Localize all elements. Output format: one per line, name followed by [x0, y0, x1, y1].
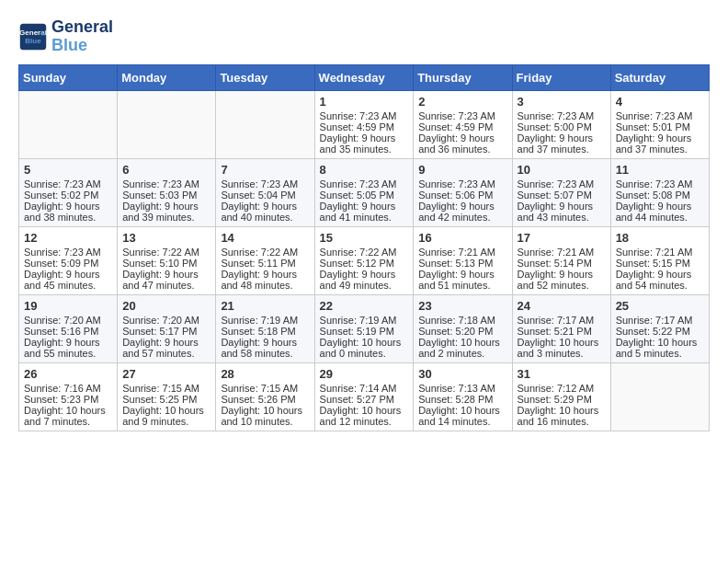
calendar-cell [19, 90, 118, 158]
day-content: Sunrise: 7:20 AM [122, 315, 210, 326]
day-content: Daylight: 9 hours [221, 269, 309, 280]
day-number: 14 [221, 231, 309, 245]
day-content: and 51 minutes. [418, 280, 506, 291]
day-number: 30 [418, 367, 506, 381]
day-number: 2 [418, 95, 506, 109]
day-content: Daylight: 10 hours [518, 405, 606, 416]
calendar-cell: 5Sunrise: 7:23 AMSunset: 5:02 PMDaylight… [19, 158, 118, 226]
day-content: Sunset: 5:11 PM [221, 258, 309, 269]
day-content: and 42 minutes. [418, 212, 506, 223]
calendar-cell [610, 362, 709, 431]
calendar-cell: 17Sunrise: 7:21 AMSunset: 5:14 PMDayligh… [512, 226, 610, 294]
calendar-cell: 18Sunrise: 7:21 AMSunset: 5:15 PMDayligh… [610, 226, 709, 294]
weekday-header-row: SundayMondayTuesdayWednesdayThursdayFrid… [19, 64, 710, 90]
day-content: Sunrise: 7:23 AM [616, 110, 704, 121]
day-content: and 43 minutes. [518, 212, 606, 223]
day-number: 1 [320, 95, 409, 109]
weekday-header-thursday: Thursday [414, 64, 512, 90]
day-number: 24 [518, 299, 606, 313]
day-content: Sunset: 5:14 PM [518, 258, 606, 269]
day-content: and 47 minutes. [122, 280, 210, 291]
calendar-cell: 14Sunrise: 7:22 AMSunset: 5:11 PMDayligh… [216, 226, 314, 294]
weekday-header-monday: Monday [118, 64, 216, 90]
day-content: Daylight: 10 hours [24, 405, 112, 416]
day-content: Daylight: 10 hours [221, 405, 309, 416]
day-content: Sunset: 5:06 PM [418, 190, 506, 201]
day-content: and 52 minutes. [518, 280, 606, 291]
day-content: and 0 minutes. [320, 348, 409, 359]
week-row-3: 12Sunrise: 7:23 AMSunset: 5:09 PMDayligh… [19, 226, 710, 294]
week-row-2: 5Sunrise: 7:23 AMSunset: 5:02 PMDaylight… [19, 158, 710, 226]
page-header: General Blue General Blue [18, 18, 710, 55]
day-content: and 38 minutes. [24, 212, 112, 223]
day-content: and 3 minutes. [518, 348, 606, 359]
calendar-cell: 11Sunrise: 7:23 AMSunset: 5:08 PMDayligh… [610, 158, 709, 226]
day-content: Sunrise: 7:15 AM [122, 383, 210, 394]
calendar-cell: 20Sunrise: 7:20 AMSunset: 5:17 PMDayligh… [118, 294, 216, 362]
day-content: Sunset: 5:26 PM [221, 394, 309, 405]
day-content: Daylight: 9 hours [122, 201, 210, 212]
day-content: Sunrise: 7:12 AM [518, 383, 606, 394]
day-number: 18 [616, 231, 704, 245]
weekday-header-sunday: Sunday [19, 64, 118, 90]
day-number: 31 [518, 367, 606, 381]
day-number: 4 [616, 95, 704, 109]
day-content: Daylight: 9 hours [24, 269, 112, 280]
day-content: Sunrise: 7:21 AM [616, 247, 704, 258]
calendar-cell: 22Sunrise: 7:19 AMSunset: 5:19 PMDayligh… [314, 294, 414, 362]
day-content: Daylight: 9 hours [221, 337, 309, 348]
day-content: Sunset: 5:27 PM [320, 394, 409, 405]
day-content: and 12 minutes. [320, 416, 409, 427]
calendar-table: SundayMondayTuesdayWednesdayThursdayFrid… [18, 64, 710, 431]
day-content: and 54 minutes. [616, 280, 704, 291]
day-number: 23 [418, 299, 506, 313]
day-content: Sunset: 5:29 PM [518, 394, 606, 405]
day-number: 3 [518, 95, 606, 109]
day-content: Daylight: 10 hours [418, 405, 506, 416]
day-content: Sunset: 5:02 PM [24, 190, 112, 201]
day-content: Daylight: 9 hours [24, 201, 112, 212]
day-number: 25 [616, 299, 704, 313]
day-content: Daylight: 10 hours [518, 337, 606, 348]
day-content: and 49 minutes. [320, 280, 409, 291]
day-content: Sunset: 5:08 PM [616, 190, 704, 201]
day-content: Sunrise: 7:17 AM [518, 315, 606, 326]
day-content: Daylight: 9 hours [518, 269, 606, 280]
calendar-cell: 19Sunrise: 7:20 AMSunset: 5:16 PMDayligh… [19, 294, 118, 362]
day-content: Sunrise: 7:22 AM [221, 247, 309, 258]
day-content: Sunrise: 7:19 AM [221, 315, 309, 326]
day-content: Sunset: 5:05 PM [320, 190, 409, 201]
day-content: and 58 minutes. [221, 348, 309, 359]
day-content: Sunset: 5:23 PM [24, 394, 112, 405]
day-content: Sunrise: 7:16 AM [24, 383, 112, 394]
day-content: and 14 minutes. [418, 416, 506, 427]
day-content: and 48 minutes. [221, 280, 309, 291]
weekday-header-tuesday: Tuesday [216, 64, 314, 90]
day-number: 13 [122, 231, 210, 245]
day-content: Sunset: 4:59 PM [418, 121, 506, 132]
calendar-cell: 16Sunrise: 7:21 AMSunset: 5:13 PMDayligh… [414, 226, 512, 294]
calendar-cell: 27Sunrise: 7:15 AMSunset: 5:25 PMDayligh… [118, 362, 216, 431]
day-number: 6 [122, 163, 210, 177]
calendar-cell: 21Sunrise: 7:19 AMSunset: 5:18 PMDayligh… [216, 294, 314, 362]
day-number: 19 [24, 299, 112, 313]
day-number: 9 [418, 163, 506, 177]
day-content: and 39 minutes. [122, 212, 210, 223]
week-row-1: 1Sunrise: 7:23 AMSunset: 4:59 PMDaylight… [19, 90, 710, 158]
day-content: Sunset: 5:22 PM [616, 326, 704, 337]
calendar-cell: 2Sunrise: 7:23 AMSunset: 4:59 PMDaylight… [414, 90, 512, 158]
day-content: Sunrise: 7:23 AM [418, 110, 506, 121]
calendar-cell: 26Sunrise: 7:16 AMSunset: 5:23 PMDayligh… [19, 362, 118, 431]
day-content: Sunset: 4:59 PM [320, 121, 409, 132]
day-number: 20 [122, 299, 210, 313]
day-content: and 40 minutes. [221, 212, 309, 223]
day-content: Sunrise: 7:23 AM [320, 178, 409, 190]
weekday-header-saturday: Saturday [610, 64, 709, 90]
day-content: Daylight: 9 hours [221, 201, 309, 212]
day-content: and 45 minutes. [24, 280, 112, 291]
day-content: Sunset: 5:12 PM [320, 258, 409, 269]
day-content: and 57 minutes. [122, 348, 210, 359]
day-content: Sunset: 5:01 PM [616, 121, 704, 132]
svg-text:Blue: Blue [25, 37, 41, 45]
day-content: Sunrise: 7:22 AM [122, 247, 210, 258]
